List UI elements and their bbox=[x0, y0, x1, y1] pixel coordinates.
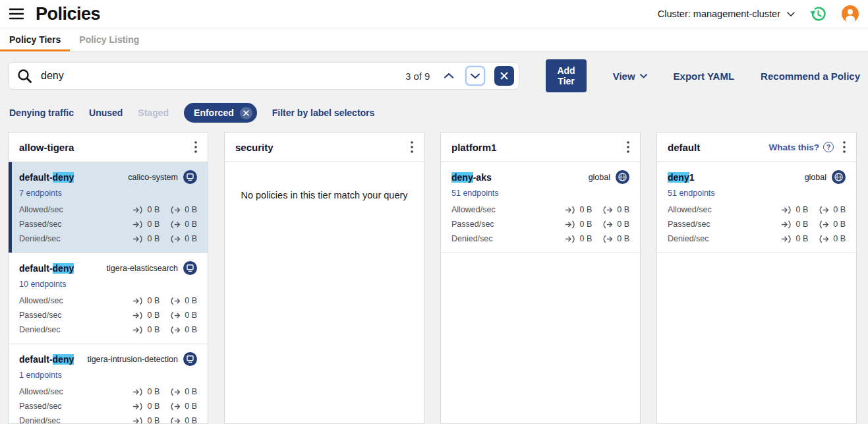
policy-endpoints-link[interactable]: 10 endpoints bbox=[19, 280, 67, 289]
metric-label: Passed/sec bbox=[668, 220, 710, 229]
hamburger-menu-button[interactable] bbox=[9, 8, 24, 20]
ingress-metric: 0 B bbox=[565, 220, 592, 229]
filter-unused[interactable]: Unused bbox=[89, 107, 123, 118]
kebab-menu-icon bbox=[411, 141, 413, 153]
tier-menu-button[interactable] bbox=[409, 140, 415, 154]
topbar-right: Cluster: management-cluster bbox=[658, 5, 859, 23]
policy-endpoints-link[interactable]: 1 endpoints bbox=[19, 371, 62, 380]
egress-icon bbox=[170, 402, 181, 411]
chevron-down-icon bbox=[787, 12, 795, 16]
tier-name: default bbox=[668, 142, 700, 153]
policy-metrics: Allowed/sec 0 B bbox=[19, 293, 197, 337]
tier-menu-button[interactable] bbox=[842, 140, 847, 154]
egress-icon bbox=[170, 297, 181, 305]
tier-column: security No policies in this tier match … bbox=[224, 132, 424, 424]
tier-name: allow-tigera bbox=[19, 142, 74, 153]
tier-menu-button[interactable] bbox=[193, 140, 198, 154]
policy-endpoints-link[interactable]: 51 endpoints bbox=[668, 189, 715, 198]
cluster-selector[interactable]: Cluster: management-cluster bbox=[658, 9, 795, 19]
ingress-icon bbox=[132, 206, 144, 214]
egress-value: 0 B bbox=[833, 220, 846, 229]
ingress-value: 0 B bbox=[579, 220, 592, 229]
metric-row: Denied/sec 0 B bbox=[19, 413, 197, 423]
top-header: Policies Cluster: management-cluster bbox=[0, 0, 868, 28]
add-tier-button[interactable]: Add Tier bbox=[546, 59, 586, 92]
policy-metrics: Allowed/sec 0 B bbox=[451, 202, 629, 246]
egress-metric: 0 B bbox=[170, 387, 197, 396]
content-area: 3 of 9 Add Tier bbox=[0, 51, 868, 424]
metric-row: Denied/sec 0 B bbox=[451, 231, 629, 246]
policy-card[interactable]: default-deny tigera-elasticsearch 10 end… bbox=[9, 253, 208, 344]
tier-column: allow-tigera default-deny calico-system bbox=[8, 132, 208, 424]
policy-name: default-deny bbox=[19, 172, 74, 183]
tier-name: security bbox=[235, 142, 274, 153]
namespace-icon bbox=[183, 261, 197, 275]
view-dropdown[interactable]: View bbox=[613, 71, 647, 82]
ingress-value: 0 B bbox=[796, 205, 808, 214]
search-next-button[interactable] bbox=[465, 66, 485, 86]
egress-value: 0 B bbox=[185, 234, 197, 243]
metric-label: Passed/sec bbox=[19, 220, 62, 229]
egress-icon bbox=[602, 206, 614, 214]
policy-card[interactable]: default-deny calico-system 7 endpoints A… bbox=[9, 162, 208, 253]
history-button[interactable] bbox=[809, 5, 827, 23]
whats-this-link[interactable]: Whats this? ? bbox=[769, 142, 834, 152]
search-clear-button[interactable] bbox=[494, 66, 514, 86]
recommend-policy-button[interactable]: Recommend a Policy bbox=[761, 71, 860, 82]
ingress-metric: 0 B bbox=[781, 234, 808, 243]
egress-icon bbox=[170, 206, 181, 214]
ingress-icon bbox=[781, 220, 792, 229]
tier-header: default Whats this? ? bbox=[657, 133, 856, 162]
ingress-value: 0 B bbox=[147, 325, 159, 334]
tab-policy-listing[interactable]: Policy Listing bbox=[70, 28, 148, 51]
filter-denying-traffic[interactable]: Denying traffic bbox=[9, 107, 74, 118]
tier-body: deny1 global 51 endpoints Allowed/sec bbox=[657, 162, 856, 423]
avatar-button[interactable] bbox=[842, 5, 859, 22]
tab-policy-tiers[interactable]: Policy Tiers bbox=[0, 28, 70, 51]
policy-card[interactable]: deny1 global 51 endpoints Allowed/sec bbox=[657, 162, 856, 253]
policy-card[interactable]: default-deny tigera-intrusion-detection … bbox=[9, 344, 208, 423]
ingress-value: 0 B bbox=[796, 220, 808, 229]
policy-card[interactable]: deny-aks global 51 endpoints Allowed/sec bbox=[441, 162, 640, 253]
egress-icon bbox=[602, 220, 614, 229]
policy-name: deny-aks bbox=[451, 172, 492, 183]
metric-row: Allowed/sec 0 B bbox=[19, 384, 197, 399]
egress-icon bbox=[819, 206, 830, 214]
egress-value: 0 B bbox=[833, 234, 846, 243]
remove-enforced-filter-button[interactable] bbox=[240, 107, 252, 119]
metric-label: Allowed/sec bbox=[19, 387, 63, 396]
search-input[interactable] bbox=[40, 69, 399, 82]
filter-label-selectors[interactable]: Filter by label selectors bbox=[272, 107, 375, 118]
avatar-icon bbox=[842, 5, 859, 22]
egress-metric: 0 B bbox=[170, 234, 197, 243]
filter-staged[interactable]: Staged bbox=[138, 107, 169, 118]
policy-endpoints-link[interactable]: 7 endpoints bbox=[19, 189, 62, 198]
ingress-value: 0 B bbox=[579, 234, 592, 243]
metric-row: Allowed/sec 0 B bbox=[19, 202, 197, 217]
filter-enforced-pill[interactable]: Enforced bbox=[184, 103, 257, 123]
ingress-value: 0 B bbox=[147, 220, 159, 229]
tier-body: default-deny calico-system 7 endpoints A… bbox=[9, 162, 208, 423]
egress-value: 0 B bbox=[617, 220, 629, 229]
tier-name: platform1 bbox=[451, 142, 496, 153]
metric-label: Allowed/sec bbox=[19, 205, 63, 214]
search-icon bbox=[16, 68, 33, 84]
metric-row: Passed/sec 0 B bbox=[451, 217, 629, 231]
toolbar: 3 of 9 Add Tier bbox=[8, 59, 860, 92]
ingress-value: 0 B bbox=[796, 234, 808, 243]
policy-endpoints-link[interactable]: 51 endpoints bbox=[451, 189, 499, 198]
ingress-metric: 0 B bbox=[781, 220, 808, 229]
namespace-icon bbox=[183, 352, 197, 366]
history-icon bbox=[809, 5, 827, 23]
ingress-metric: 0 B bbox=[132, 387, 159, 396]
export-yaml-button[interactable]: Export YAML bbox=[674, 71, 735, 82]
policy-name: default-deny bbox=[19, 354, 74, 365]
metric-label: Allowed/sec bbox=[19, 296, 63, 305]
tier-body: deny-aks global 51 endpoints Allowed/sec bbox=[441, 162, 640, 423]
egress-value: 0 B bbox=[833, 205, 846, 214]
search-prev-button[interactable] bbox=[439, 66, 459, 86]
egress-icon bbox=[170, 417, 181, 424]
ingress-icon bbox=[132, 402, 144, 411]
metric-row: Passed/sec 0 B bbox=[19, 217, 197, 231]
tier-menu-button[interactable] bbox=[625, 140, 631, 154]
